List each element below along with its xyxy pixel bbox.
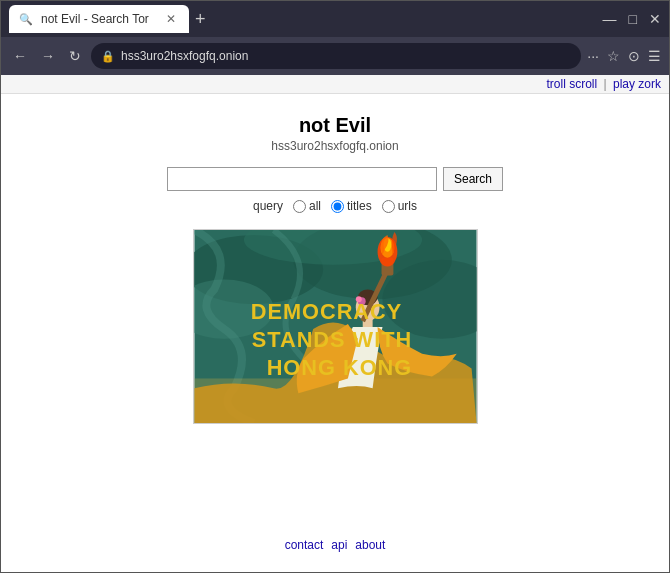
search-button[interactable]: Search [443,167,503,191]
browser-tab[interactable]: 🔍 not Evil - Search Tor ✕ [9,5,189,33]
more-options-button[interactable]: ··· [587,48,599,64]
all-filter-label[interactable]: all [293,199,321,213]
menu-icon[interactable]: ☰ [648,48,661,64]
security-lock-icon: 🔒 [101,50,115,63]
page-content: not Evil hss3uro2hsxfogfq.onion Search q… [1,94,669,572]
search-input[interactable] [167,167,437,191]
poster-image: DEMOCRACY STANDS WITH HONG KONG [193,229,478,424]
api-link[interactable]: api [331,538,347,552]
sync-icon[interactable]: ⊙ [628,48,640,64]
troll-scroll-link[interactable]: troll scroll [546,77,597,91]
bookmark-icon[interactable]: ☆ [607,48,620,64]
maximize-button[interactable]: □ [629,11,637,27]
contact-link[interactable]: contact [285,538,324,552]
refresh-button[interactable]: ↻ [65,45,85,67]
titles-radio[interactable] [331,200,344,213]
new-tab-button[interactable]: + [195,10,206,28]
titles-filter-label[interactable]: titles [331,199,372,213]
svg-text:STANDS WITH: STANDS WITH [251,327,411,352]
search-row: Search [167,167,503,191]
top-links-bar: troll scroll | play zork [1,75,669,94]
close-button[interactable]: ✕ [649,11,661,27]
minimize-button[interactable]: — [603,11,617,27]
forward-button[interactable]: → [37,45,59,67]
tab-title: not Evil - Search Tor [41,12,155,26]
urls-filter-label[interactable]: urls [382,199,417,213]
back-button[interactable]: ← [9,45,31,67]
svg-text:DEMOCRACY: DEMOCRACY [250,299,402,324]
url-bar[interactable]: 🔒 hss3uro2hsxfogfq.onion [91,43,581,69]
url-display: hss3uro2hsxfogfq.onion [121,49,571,63]
tab-close-button[interactable]: ✕ [163,11,179,27]
site-title: not Evil [299,114,371,137]
link-separator: | [604,77,607,91]
svg-text:HONG KONG: HONG KONG [266,355,412,380]
urls-radio[interactable] [382,200,395,213]
filter-row: query all titles urls [253,199,417,213]
footer-links: contact api about [285,518,386,552]
tab-favicon: 🔍 [19,13,33,26]
play-zork-link[interactable]: play zork [613,77,661,91]
site-subtitle: hss3uro2hsxfogfq.onion [271,139,398,153]
about-link[interactable]: about [355,538,385,552]
query-label: query [253,199,283,213]
all-radio[interactable] [293,200,306,213]
